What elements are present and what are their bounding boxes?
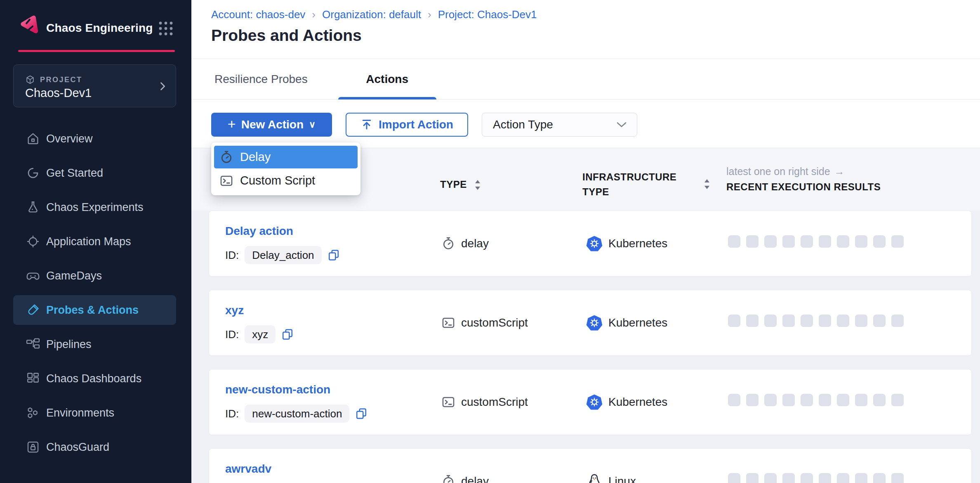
import-icon [360,118,373,131]
chevron-down-icon [616,121,627,128]
execution-result-placeholder [891,315,904,327]
home-icon [26,132,40,146]
sidebar-item-chaos-dashboards[interactable]: Chaos Dashboards [13,364,176,393]
menu-item-delay[interactable]: Delay [214,146,358,168]
sidebar-item-application-maps[interactable]: Application Maps [13,227,176,256]
execution-result-placeholder [873,235,886,248]
execution-result-placeholder [728,394,740,406]
sidebar-item-chaosguard[interactable]: ChaosGuard [13,432,176,462]
tab-resilience-probes[interactable]: Resilience Probes [214,59,308,99]
execution-result-placeholder [837,473,849,483]
execution-result-placeholder [728,473,740,483]
execution-result-placeholder [891,394,904,406]
execution-result-placeholder [819,315,831,327]
page-title: Probes and Actions [211,26,362,45]
breadcrumb-separator: › [312,8,316,21]
breadcrumb-account-link[interactable]: Account: chaos-dev [211,8,305,21]
results-note: latest one on right side → [726,166,881,178]
execution-result-placeholder [801,235,813,248]
action-name-link[interactable]: Delay action [225,225,293,238]
execution-result-placeholder [764,315,777,327]
import-action-button[interactable]: Import Action [346,113,468,137]
sidebar-nav: Overview Get Started Chaos Experiments [0,124,191,466]
pipelines-icon [26,337,40,351]
test-tube-icon [26,303,40,317]
action-name-link[interactable]: new-custom-action [225,383,330,396]
execution-result-placeholder [728,235,740,248]
execution-result-placeholder [855,235,867,248]
action-id-pill: xyz [245,325,276,343]
app-title: Chaos Engineering [46,21,153,35]
action-row-awrvadv: awrvadv delay Linux [209,448,972,483]
execution-result-placeholder [819,394,831,406]
toolbar: + New Action ∨ Import Action Action Type [191,99,980,148]
execution-result-placeholder [801,315,813,327]
tab-bar: Resilience Probes Actions [191,59,980,99]
sidebar-item-overview[interactable]: Overview [13,124,176,154]
module-grid-icon[interactable] [158,21,173,36]
execution-result-placeholder [746,315,759,327]
sort-icon[interactable] [474,179,482,191]
new-action-dropdown: Delay Custom Script [211,142,360,195]
sidebar-item-chaos-experiments[interactable]: Chaos Experiments [13,192,176,222]
breadcrumb-project-link[interactable]: Project: Chaos-Dev1 [438,8,537,21]
execution-result-placeholder [746,235,759,248]
copy-icon[interactable] [327,249,340,261]
column-header-results-group: latest one on right side → RECENT EXECUT… [726,166,881,193]
main-content: Account: chaos-dev › Organization: defau… [191,0,980,483]
action-id-line: ID: Delay_action [225,246,340,264]
execution-result-placeholder [801,394,813,406]
execution-result-placeholder [873,473,886,483]
actions-table-body: Delay action ID: Delay_action delay [191,211,980,483]
app-root: Chaos Engineering PROJECT Chaos-Dev1 [0,0,980,483]
execution-result-placeholder [891,473,904,483]
sidebar-item-get-started[interactable]: Get Started [13,158,176,188]
sidebar-item-environments[interactable]: Environments [13,398,176,428]
action-type-cell: delay [441,236,586,251]
crosshair-icon [26,234,40,249]
sidebar: Chaos Engineering PROJECT Chaos-Dev1 [0,0,191,483]
execution-result-placeholder [819,235,831,248]
execution-result-placeholder [782,315,795,327]
new-action-button[interactable]: + New Action ∨ [211,113,332,137]
arrow-right-icon: → [834,166,845,178]
execution-result-placeholder [764,235,777,248]
sidebar-header: Chaos Engineering [0,0,191,50]
breadcrumb-separator: › [428,8,431,21]
linux-icon [586,473,603,483]
dashboard-grid-icon [26,372,40,386]
sidebar-item-probes-actions[interactable]: Probes & Actions [13,295,176,325]
sort-icon[interactable] [703,178,711,190]
breadcrumb-organization-link[interactable]: Organization: default [322,8,421,21]
execution-result-placeholder [873,394,886,406]
stopwatch-icon [441,237,455,251]
execution-result-placeholder [837,235,849,248]
gamepad-icon [26,269,40,283]
project-selector[interactable]: PROJECT Chaos-Dev1 [13,64,176,107]
tab-actions[interactable]: Actions [338,59,436,99]
infrastructure-cell: Kubernetes [586,315,728,330]
hexagons-icon [26,406,40,420]
copy-icon[interactable] [281,328,294,341]
terminal-icon [219,174,233,188]
action-name-link[interactable]: awrvadv [225,462,271,476]
project-name: Chaos-Dev1 [25,86,92,100]
execution-result-placeholder [746,473,759,483]
menu-item-custom-script[interactable]: Custom Script [214,169,358,192]
sidebar-item-pipelines[interactable]: Pipelines [13,329,176,359]
execution-result-placeholder [855,473,867,483]
action-name-link[interactable]: xyz [225,304,244,317]
sidebar-item-gamedays[interactable]: GameDays [13,261,176,291]
action-type-cell: customScript [441,315,586,330]
copy-icon[interactable] [355,407,368,420]
execution-result-placeholder [782,394,795,406]
terminal-icon [441,395,455,409]
chevron-down-icon: ∨ [309,119,316,130]
plus-icon: + [228,116,236,132]
action-row-xyz: xyz ID: xyz customScript [209,290,972,356]
execution-result-placeholder [764,473,777,483]
action-type-select[interactable]: Action Type [482,113,637,137]
recent-execution-results [728,394,971,406]
chevron-right-icon [157,80,168,92]
kubernetes-icon [586,315,603,331]
